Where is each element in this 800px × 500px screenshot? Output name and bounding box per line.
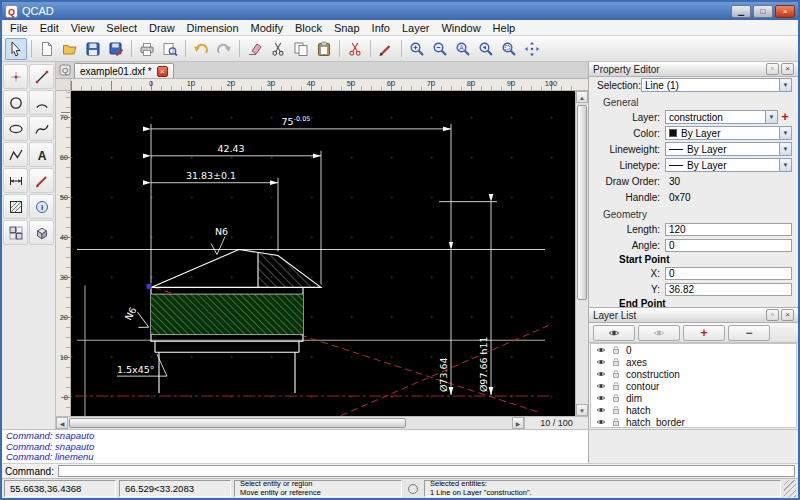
panel-float-button[interactable]: ▫ <box>766 309 779 321</box>
layer-visible-eye-icon[interactable] <box>596 405 607 415</box>
menu-file[interactable]: File <box>4 21 34 35</box>
menu-select[interactable]: Select <box>100 21 143 35</box>
zoom-previous-button[interactable] <box>475 38 497 60</box>
point-tool-button[interactable] <box>3 64 28 89</box>
remove-layer-button[interactable]: − <box>728 325 770 341</box>
circle-tool-button[interactable] <box>3 90 28 115</box>
layer-row-construction[interactable]: construction <box>591 368 796 380</box>
info-tool-button[interactable]: i <box>29 194 54 219</box>
ellipse-tool-button[interactable] <box>3 116 28 141</box>
open-file-button[interactable] <box>59 38 81 60</box>
copy-button[interactable] <box>290 38 312 60</box>
erase-button[interactable] <box>244 38 266 60</box>
length-field[interactable]: 120 <box>665 223 792 236</box>
arc-tool-button[interactable] <box>29 90 54 115</box>
menu-layer[interactable]: Layer <box>396 21 436 35</box>
hatch-tool-button[interactable] <box>3 194 28 219</box>
menu-snap[interactable]: Snap <box>328 21 366 35</box>
start-y-field[interactable]: 36.82 <box>665 283 792 296</box>
redo-button[interactable] <box>213 38 235 60</box>
maximize-button[interactable]: □ <box>753 5 773 18</box>
selection-combo[interactable]: Line (1) ▼ <box>641 78 792 92</box>
layer-lock-icon[interactable] <box>611 405 622 415</box>
panel-close-button[interactable]: × <box>781 63 794 75</box>
cut-button[interactable] <box>267 38 289 60</box>
print-button[interactable] <box>136 38 158 60</box>
line-tool-button[interactable] <box>29 64 54 89</box>
menu-info[interactable]: Info <box>366 21 396 35</box>
layer-row-axes[interactable]: axes <box>591 356 796 368</box>
layer-visible-eye-icon[interactable] <box>596 381 607 391</box>
vertical-scrollbar[interactable]: ▲ ▼ <box>575 91 588 416</box>
panel-float-button[interactable]: ▫ <box>766 63 779 75</box>
angle-field[interactable]: 0 <box>665 239 792 252</box>
polyline-tool-button[interactable] <box>3 142 28 167</box>
menu-modify[interactable]: Modify <box>245 21 289 35</box>
layer-row-contour[interactable]: contour <box>591 380 796 392</box>
command-input[interactable] <box>58 465 795 477</box>
menu-window[interactable]: Window <box>435 21 486 35</box>
hide-all-layers-button[interactable] <box>638 325 680 341</box>
zoom-window-button[interactable] <box>498 38 520 60</box>
layer-combo[interactable]: construction ▼ <box>665 110 778 124</box>
start-x-field[interactable]: 0 <box>665 267 792 280</box>
menu-draw[interactable]: Draw <box>143 21 181 35</box>
layer-row-dim[interactable]: dim <box>591 392 796 404</box>
add-layer-quick-button[interactable]: + <box>778 110 792 124</box>
undo-button[interactable] <box>190 38 212 60</box>
zoom-auto-button[interactable]: A <box>452 38 474 60</box>
color-combo[interactable]: By Layer ▼ <box>665 126 792 140</box>
horizontal-scrollbar[interactable]: ◀ ▶ <box>56 417 524 429</box>
layer-visible-eye-icon[interactable] <box>596 369 607 379</box>
vertical-scroll-thumb[interactable] <box>577 105 587 300</box>
zoom-out-button[interactable] <box>429 38 451 60</box>
show-all-layers-button[interactable] <box>593 325 635 341</box>
block-tool-button[interactable] <box>3 220 28 245</box>
modify-tool-button[interactable] <box>29 168 54 193</box>
layer-visible-eye-icon[interactable] <box>596 345 607 355</box>
pen-button[interactable] <box>375 38 397 60</box>
menu-view[interactable]: View <box>65 21 101 35</box>
save-as-button[interactable] <box>105 38 127 60</box>
add-layer-button[interactable]: + <box>683 325 725 341</box>
panel-close-button[interactable]: × <box>781 309 794 321</box>
layer-row-hatch[interactable]: hatch <box>591 404 796 416</box>
zoom-in-button[interactable] <box>406 38 428 60</box>
layer-row-0[interactable]: 0 <box>591 344 796 356</box>
layer-lock-icon[interactable] <box>611 357 622 367</box>
spline-tool-button[interactable] <box>29 116 54 141</box>
paste-button[interactable] <box>313 38 335 60</box>
text-tool-button[interactable]: A <box>29 142 54 167</box>
layer-lock-icon[interactable] <box>611 393 622 403</box>
close-button[interactable]: × <box>775 5 795 18</box>
dimension-tool-button[interactable] <box>3 168 28 193</box>
resize-grip[interactable] <box>784 480 796 497</box>
scroll-right-icon[interactable]: ▶ <box>512 417 524 429</box>
lineweight-combo[interactable]: By Layer ▼ <box>665 142 792 156</box>
selection-button[interactable] <box>5 38 27 60</box>
menu-help[interactable]: Help <box>487 21 522 35</box>
menu-dimension[interactable]: Dimension <box>181 21 245 35</box>
layer-lock-icon[interactable] <box>611 417 622 427</box>
pan-button[interactable] <box>521 38 543 60</box>
save-file-button[interactable] <box>82 38 104 60</box>
scroll-left-icon[interactable]: ◀ <box>56 417 68 429</box>
explode-button[interactable] <box>344 38 366 60</box>
tab-example01[interactable]: example01.dxf * × <box>74 63 174 78</box>
menu-edit[interactable]: Edit <box>34 21 65 35</box>
solid-tool-button[interactable] <box>29 220 54 245</box>
layer-row-hatch_border[interactable]: hatch_border <box>591 416 796 428</box>
command-history[interactable]: Command: snapautoCommand: snapautoComman… <box>2 430 588 463</box>
scroll-up-icon[interactable]: ▲ <box>576 91 588 103</box>
tab-close-button[interactable]: × <box>157 66 168 77</box>
layer-visible-eye-icon[interactable] <box>596 357 607 367</box>
layer-lock-icon[interactable] <box>611 381 622 391</box>
selection-point-marker[interactable] <box>147 284 152 289</box>
layer-visible-eye-icon[interactable] <box>596 417 607 427</box>
print-preview-button[interactable] <box>159 38 181 60</box>
drawing-canvas[interactable]: 75-0.05 42.43 31.83±0.1 Ø73.64 Ø97.66 h1… <box>71 91 575 416</box>
layer-visible-eye-icon[interactable] <box>596 393 607 403</box>
body-section-hatch[interactable] <box>151 294 303 334</box>
minimize-button[interactable]: ▁ <box>731 5 751 18</box>
draw-order-value[interactable]: 30 <box>665 176 680 187</box>
